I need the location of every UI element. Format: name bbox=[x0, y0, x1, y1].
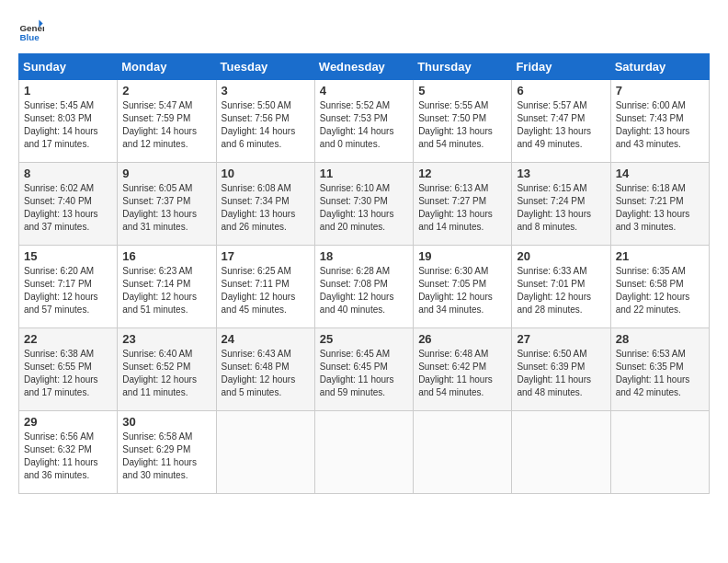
day-number: 19 bbox=[418, 249, 506, 263]
day-info: Sunrise: 6:10 AM Sunset: 7:30 PM Dayligh… bbox=[320, 182, 408, 234]
day-info: Sunrise: 5:47 AM Sunset: 7:59 PM Dayligh… bbox=[122, 99, 210, 151]
calendar-cell: 5Sunrise: 5:55 AM Sunset: 7:50 PM Daylig… bbox=[414, 80, 512, 163]
day-info: Sunrise: 5:52 AM Sunset: 7:53 PM Dayligh… bbox=[320, 99, 408, 151]
calendar-cell: 29Sunrise: 6:56 AM Sunset: 6:32 PM Dayli… bbox=[19, 411, 118, 494]
day-info: Sunrise: 5:50 AM Sunset: 7:56 PM Dayligh… bbox=[222, 99, 310, 151]
day-number: 7 bbox=[616, 84, 704, 98]
day-info: Sunrise: 6:23 AM Sunset: 7:14 PM Dayligh… bbox=[122, 265, 210, 316]
weekday-header: Monday bbox=[118, 54, 216, 80]
weekday-header: Sunday bbox=[19, 54, 118, 80]
calendar-cell: 10Sunrise: 6:08 AM Sunset: 7:34 PM Dayli… bbox=[216, 163, 314, 246]
day-number: 5 bbox=[418, 84, 506, 98]
day-number: 22 bbox=[24, 332, 112, 346]
day-number: 29 bbox=[24, 415, 112, 429]
calendar-cell: 16Sunrise: 6:23 AM Sunset: 7:14 PM Dayli… bbox=[118, 246, 216, 328]
calendar-cell: 11Sunrise: 6:10 AM Sunset: 7:30 PM Dayli… bbox=[314, 163, 413, 246]
day-info: Sunrise: 5:45 AM Sunset: 8:03 PM Dayligh… bbox=[24, 99, 112, 151]
day-number: 27 bbox=[517, 332, 605, 346]
day-number: 14 bbox=[616, 167, 704, 180]
weekday-header: Wednesday bbox=[314, 54, 413, 80]
day-info: Sunrise: 6:13 AM Sunset: 7:27 PM Dayligh… bbox=[418, 182, 506, 234]
calendar-cell bbox=[314, 411, 413, 494]
day-info: Sunrise: 6:02 AM Sunset: 7:40 PM Dayligh… bbox=[24, 182, 112, 234]
weekday-header: Friday bbox=[512, 54, 610, 80]
calendar-cell: 14Sunrise: 6:18 AM Sunset: 7:21 PM Dayli… bbox=[610, 163, 709, 246]
day-number: 30 bbox=[122, 415, 210, 429]
day-number: 10 bbox=[222, 167, 310, 180]
calendar-cell: 9Sunrise: 6:05 AM Sunset: 7:37 PM Daylig… bbox=[118, 163, 216, 246]
day-number: 2 bbox=[122, 84, 210, 98]
calendar-cell: 26Sunrise: 6:48 AM Sunset: 6:42 PM Dayli… bbox=[414, 328, 512, 411]
day-number: 18 bbox=[320, 249, 408, 263]
day-number: 17 bbox=[222, 249, 310, 263]
day-number: 16 bbox=[122, 249, 210, 263]
calendar-cell: 20Sunrise: 6:33 AM Sunset: 7:01 PM Dayli… bbox=[512, 246, 610, 328]
day-info: Sunrise: 6:00 AM Sunset: 7:43 PM Dayligh… bbox=[616, 99, 704, 151]
weekday-header: Tuesday bbox=[216, 54, 314, 80]
day-info: Sunrise: 6:25 AM Sunset: 7:11 PM Dayligh… bbox=[222, 265, 310, 316]
page-header: General Blue bbox=[18, 18, 710, 44]
calendar-cell: 15Sunrise: 6:20 AM Sunset: 7:17 PM Dayli… bbox=[19, 246, 118, 328]
calendar-cell: 1Sunrise: 5:45 AM Sunset: 8:03 PM Daylig… bbox=[19, 80, 118, 163]
calendar-cell: 19Sunrise: 6:30 AM Sunset: 7:05 PM Dayli… bbox=[414, 246, 512, 328]
day-info: Sunrise: 6:18 AM Sunset: 7:21 PM Dayligh… bbox=[616, 182, 704, 234]
day-info: Sunrise: 6:05 AM Sunset: 7:37 PM Dayligh… bbox=[122, 182, 210, 234]
day-number: 3 bbox=[222, 84, 310, 98]
logo-icon: General Blue bbox=[18, 18, 44, 44]
day-info: Sunrise: 6:40 AM Sunset: 6:52 PM Dayligh… bbox=[122, 348, 210, 399]
day-number: 1 bbox=[24, 84, 112, 98]
day-info: Sunrise: 6:30 AM Sunset: 7:05 PM Dayligh… bbox=[418, 265, 506, 316]
calendar-cell bbox=[414, 411, 512, 494]
day-info: Sunrise: 6:45 AM Sunset: 6:45 PM Dayligh… bbox=[320, 348, 408, 399]
calendar-cell: 4Sunrise: 5:52 AM Sunset: 7:53 PM Daylig… bbox=[314, 80, 413, 163]
day-number: 21 bbox=[616, 249, 704, 263]
calendar-cell bbox=[610, 411, 709, 494]
day-info: Sunrise: 6:28 AM Sunset: 7:08 PM Dayligh… bbox=[320, 265, 408, 316]
day-number: 28 bbox=[616, 332, 704, 346]
day-number: 26 bbox=[418, 332, 506, 346]
day-info: Sunrise: 6:58 AM Sunset: 6:29 PM Dayligh… bbox=[122, 431, 210, 482]
calendar-table: SundayMondayTuesdayWednesdayThursdayFrid… bbox=[18, 53, 710, 494]
svg-text:Blue: Blue bbox=[19, 32, 40, 42]
calendar-cell: 17Sunrise: 6:25 AM Sunset: 7:11 PM Dayli… bbox=[216, 246, 314, 328]
calendar-cell: 27Sunrise: 6:50 AM Sunset: 6:39 PM Dayli… bbox=[512, 328, 610, 411]
day-info: Sunrise: 6:20 AM Sunset: 7:17 PM Dayligh… bbox=[24, 265, 112, 316]
calendar-cell: 18Sunrise: 6:28 AM Sunset: 7:08 PM Dayli… bbox=[314, 246, 413, 328]
calendar-cell bbox=[216, 411, 314, 494]
day-info: Sunrise: 5:55 AM Sunset: 7:50 PM Dayligh… bbox=[418, 99, 506, 151]
day-info: Sunrise: 6:33 AM Sunset: 7:01 PM Dayligh… bbox=[517, 265, 605, 316]
calendar-cell: 7Sunrise: 6:00 AM Sunset: 7:43 PM Daylig… bbox=[610, 80, 709, 163]
calendar-cell: 13Sunrise: 6:15 AM Sunset: 7:24 PM Dayli… bbox=[512, 163, 610, 246]
calendar-cell: 6Sunrise: 5:57 AM Sunset: 7:47 PM Daylig… bbox=[512, 80, 610, 163]
day-info: Sunrise: 6:50 AM Sunset: 6:39 PM Dayligh… bbox=[517, 348, 605, 399]
calendar-cell: 30Sunrise: 6:58 AM Sunset: 6:29 PM Dayli… bbox=[118, 411, 216, 494]
day-number: 4 bbox=[320, 84, 408, 98]
weekday-header: Saturday bbox=[610, 54, 709, 80]
calendar-cell: 28Sunrise: 6:53 AM Sunset: 6:35 PM Dayli… bbox=[610, 328, 709, 411]
day-number: 20 bbox=[517, 249, 605, 263]
day-info: Sunrise: 6:15 AM Sunset: 7:24 PM Dayligh… bbox=[517, 182, 605, 234]
calendar-cell bbox=[512, 411, 610, 494]
day-number: 25 bbox=[320, 332, 408, 346]
day-number: 8 bbox=[24, 167, 112, 180]
calendar-cell: 25Sunrise: 6:45 AM Sunset: 6:45 PM Dayli… bbox=[314, 328, 413, 411]
calendar-cell: 3Sunrise: 5:50 AM Sunset: 7:56 PM Daylig… bbox=[216, 80, 314, 163]
day-number: 12 bbox=[418, 167, 506, 180]
day-number: 23 bbox=[122, 332, 210, 346]
calendar-cell: 23Sunrise: 6:40 AM Sunset: 6:52 PM Dayli… bbox=[118, 328, 216, 411]
day-number: 9 bbox=[122, 167, 210, 180]
day-info: Sunrise: 6:48 AM Sunset: 6:42 PM Dayligh… bbox=[418, 348, 506, 399]
logo: General Blue bbox=[18, 18, 44, 44]
day-info: Sunrise: 6:43 AM Sunset: 6:48 PM Dayligh… bbox=[222, 348, 310, 399]
day-number: 13 bbox=[517, 167, 605, 180]
calendar-cell: 12Sunrise: 6:13 AM Sunset: 7:27 PM Dayli… bbox=[414, 163, 512, 246]
calendar-cell: 24Sunrise: 6:43 AM Sunset: 6:48 PM Dayli… bbox=[216, 328, 314, 411]
day-info: Sunrise: 6:56 AM Sunset: 6:32 PM Dayligh… bbox=[24, 431, 112, 482]
weekday-header: Thursday bbox=[414, 54, 512, 80]
day-number: 15 bbox=[24, 249, 112, 263]
day-info: Sunrise: 6:38 AM Sunset: 6:55 PM Dayligh… bbox=[24, 348, 112, 399]
day-info: Sunrise: 5:57 AM Sunset: 7:47 PM Dayligh… bbox=[517, 99, 605, 151]
day-number: 6 bbox=[517, 84, 605, 98]
day-info: Sunrise: 6:53 AM Sunset: 6:35 PM Dayligh… bbox=[616, 348, 704, 399]
day-info: Sunrise: 6:35 AM Sunset: 6:58 PM Dayligh… bbox=[616, 265, 704, 316]
